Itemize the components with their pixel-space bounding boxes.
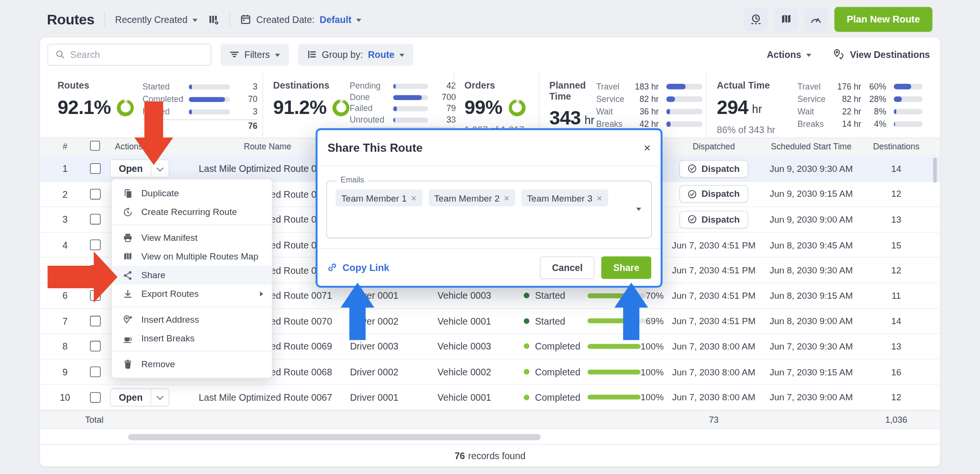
driver-cell: Driver 0003 — [347, 341, 423, 351]
vehicle-cell: Vehicle 0003 — [423, 341, 508, 351]
status-cell: Started — [508, 316, 585, 326]
row-checkbox[interactable] — [89, 163, 100, 174]
search-box[interactable] — [47, 44, 211, 66]
destinations-cell: 13 — [862, 341, 930, 351]
stat-row: Done700 — [350, 92, 456, 102]
chevron-down-icon[interactable] — [151, 389, 169, 406]
cancel-button[interactable]: Cancel — [540, 256, 595, 279]
menu-item-export-routes[interactable]: Export Routes — [112, 284, 272, 303]
route-actions-menu: Duplicate Create Recurring Route View Ma… — [111, 179, 272, 379]
email-chip: Team Member 3× — [521, 190, 608, 206]
destinations-cell: 11 — [862, 291, 930, 301]
remove-chip-icon[interactable]: × — [597, 192, 602, 203]
group-by-icon — [307, 49, 317, 59]
menu-item-share[interactable]: Share — [112, 266, 272, 284]
destinations-cell: 14 — [862, 316, 930, 326]
col-dispatched[interactable]: Dispatched — [668, 142, 760, 151]
vertical-scrollbar-thumb[interactable] — [933, 158, 937, 182]
stat-row: Started3 — [143, 81, 257, 92]
planned-time-value: 343 — [549, 107, 581, 129]
page-title: Routes — [47, 11, 94, 28]
close-icon[interactable]: × — [644, 142, 651, 154]
plan-new-route-button[interactable]: Plan New Route — [834, 7, 932, 32]
actions-dropdown[interactable]: Actions — [767, 49, 811, 60]
location-history-button[interactable] — [744, 8, 768, 32]
trash-icon — [122, 359, 133, 369]
copy-link-button[interactable]: Copy Link — [327, 262, 390, 273]
view-destinations-button[interactable]: View Destinations — [833, 48, 930, 61]
select-all-checkbox[interactable] — [90, 141, 100, 151]
col-number: # — [50, 142, 80, 151]
dashboard-button[interactable] — [804, 8, 828, 32]
vertical-scrollbar[interactable] — [933, 158, 937, 407]
progress-cell: 100% — [585, 341, 668, 351]
route-name[interactable]: Last Mile Optimized Route 0067 — [188, 392, 347, 402]
dispatch-button[interactable]: Dispatch — [679, 185, 748, 203]
menu-item-insert-address[interactable]: Insert Address — [112, 310, 272, 329]
progress-cell: 100% — [585, 367, 668, 377]
row-checkbox[interactable] — [89, 392, 100, 402]
share-button[interactable]: Share — [601, 256, 651, 279]
actual-time-sub: 86% of 343 hr — [717, 124, 775, 135]
share-route-modal: Share This Route × Emails Team Member 1×… — [316, 128, 663, 288]
stat-row: Travel183 hr — [596, 81, 702, 92]
menu-item-insert-breaks[interactable]: Insert Breaks — [112, 329, 272, 348]
caret-down-icon — [192, 19, 197, 22]
dispatch-button[interactable]: Dispatch — [679, 160, 748, 178]
speedometer-icon — [810, 13, 823, 26]
open-route-button[interactable]: Open — [110, 388, 170, 406]
vehicle-cell: Vehicle 0002 — [423, 366, 508, 377]
menu-item-view-manifest[interactable]: View Manifest — [112, 228, 272, 247]
scheduled-cell: Jun 9, 2030 9:00 AM — [760, 214, 862, 225]
row-checkbox[interactable] — [89, 366, 100, 377]
scheduled-cell: Jun 8, 2030 9:15 AM — [760, 291, 862, 301]
coffee-icon — [122, 333, 133, 344]
export-icon — [122, 289, 133, 299]
menu-item-create-recurring-route[interactable]: Create Recurring Route — [112, 203, 272, 221]
remove-chip-icon[interactable]: × — [411, 192, 416, 203]
status-dot — [524, 293, 530, 299]
emails-dropdown-caret-icon[interactable] — [636, 208, 641, 211]
dispatched-cell: Dispatch — [668, 160, 760, 178]
menu-item-duplicate[interactable]: Duplicate — [112, 184, 272, 203]
group-by-button[interactable]: Group by: Route — [298, 44, 413, 66]
col-scheduled[interactable]: Scheduled Start Time — [760, 142, 862, 151]
submenu-arrow-icon — [260, 292, 263, 296]
columns-gear-icon — [208, 13, 220, 25]
row-number: 7 — [50, 316, 80, 326]
row-checkbox[interactable] — [89, 189, 100, 199]
horizontal-scrollbar-thumb[interactable] — [128, 434, 541, 440]
pin-plus-icon — [122, 314, 133, 325]
row-checkbox[interactable] — [89, 341, 100, 351]
dispatch-button[interactable]: Dispatch — [679, 211, 748, 228]
calendar-icon — [240, 14, 252, 25]
dispatched-cell: Jun 7, 2030 8:00 AM — [668, 341, 760, 351]
search-input[interactable] — [70, 49, 203, 60]
col-destinations[interactable]: Destinations — [862, 142, 930, 151]
row-checkbox[interactable] — [89, 214, 100, 225]
row-checkbox[interactable] — [89, 316, 100, 326]
menu-item-remove[interactable]: Remove — [112, 355, 272, 373]
remove-chip-icon[interactable]: × — [504, 192, 509, 203]
row-number: 10 — [50, 392, 80, 402]
horizontal-scrollbar[interactable] — [40, 433, 940, 441]
caret-down-icon — [356, 19, 361, 22]
dispatched-cell: Jun 7, 2030 4:51 PM — [668, 316, 760, 326]
search-icon — [56, 49, 65, 59]
filters-button[interactable]: Filters — [221, 44, 289, 66]
red-arrow-down-annotation — [134, 102, 173, 165]
row-checkbox[interactable] — [89, 239, 100, 250]
table-settings-button[interactable] — [208, 13, 220, 25]
total-destinations: 1,036 — [862, 415, 930, 425]
destinations-cell: 13 — [862, 214, 930, 225]
scheduled-cell: Jun 7, 2030 9:00 AM — [760, 392, 862, 402]
status-dot — [524, 369, 530, 375]
caret-down-icon — [806, 54, 811, 57]
created-date-filter[interactable]: Created Date: Default — [240, 14, 362, 25]
map-view-button[interactable] — [774, 8, 798, 32]
emails-field[interactable]: Emails Team Member 1× Team Member 2× Tea… — [326, 181, 652, 238]
status-dot — [524, 318, 530, 324]
records-found: 76records found — [40, 444, 940, 466]
sort-dropdown[interactable]: Recently Created — [115, 14, 198, 24]
menu-item-view-on-multiple-routes-map[interactable]: View on Multiple Routes Map — [112, 247, 272, 266]
